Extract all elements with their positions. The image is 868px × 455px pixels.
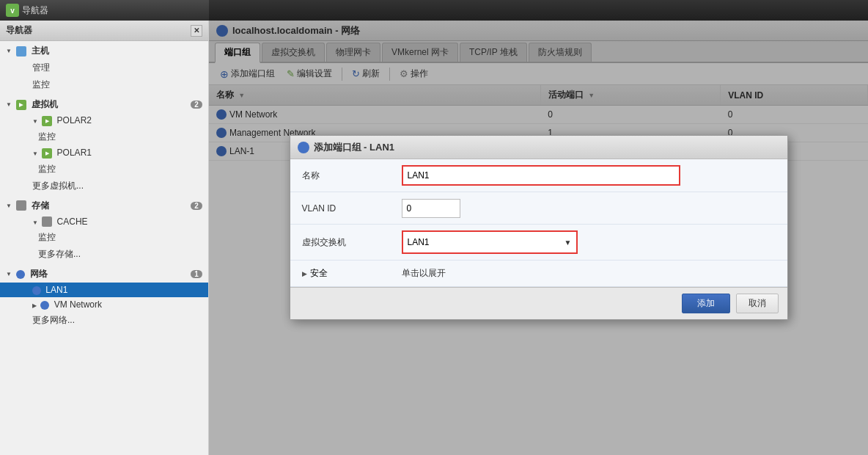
- network-group-icon: [16, 270, 25, 279]
- lan1-icon: [32, 286, 41, 295]
- app-logo: v 导航器: [6, 4, 48, 17]
- vm-group-icon: [16, 100, 26, 110]
- sidebar-item-polar1-monitor[interactable]: 监控: [0, 161, 208, 178]
- sidebar-section-storage: ▼ 存储 2 ▼ CACHE 监控 更多存储...: [0, 196, 208, 265]
- sidebar-item-polar2-monitor[interactable]: 监控: [0, 128, 208, 145]
- polar2-label: POLAR2: [57, 115, 92, 125]
- more-vm-label: 更多虚拟机...: [32, 181, 84, 191]
- sidebar-group-network[interactable]: ▼ 网络 1: [0, 266, 208, 283]
- security-label: 安全: [310, 267, 328, 280]
- name-field-content: [393, 159, 787, 192]
- cache-label: CACHE: [57, 216, 88, 227]
- host-collapse-arrow: ▼: [6, 48, 12, 54]
- vlan-field-label: VLAN ID: [290, 197, 393, 219]
- vlan-input[interactable]: [402, 199, 460, 218]
- polar1-arrow: ▼: [32, 150, 38, 157]
- switch-field-content: LAN1 vSwitch0 ▼: [393, 225, 787, 260]
- polar2-icon: [42, 116, 52, 126]
- monitor-host-label: 监控: [32, 79, 50, 90]
- lan1-label: LAN1: [45, 285, 67, 295]
- cache-icon: [42, 216, 52, 227]
- security-expand-icon: ▶: [302, 270, 307, 277]
- sidebar-section-vm: ▼ 虚拟机 2 ▼ POLAR2 监控 ▼ POLAR1 监控: [0, 95, 208, 196]
- security-label-wrap: ▶ 安全: [290, 261, 393, 285]
- modal-title: 添加端口组 - LAN1: [314, 141, 395, 154]
- switch-select[interactable]: LAN1 vSwitch0: [403, 232, 576, 252]
- sidebar-section-host: ▼ 主机 管理 监控: [0, 41, 208, 95]
- name-field-label: 名称: [290, 164, 393, 188]
- sidebar: 导航器 ✕ ▼ 主机 管理 监控 ▼ 虚拟机 2: [0, 21, 209, 455]
- polar1-monitor-label: 监控: [38, 164, 56, 174]
- sidebar-group-storage[interactable]: ▼ 存储 2: [0, 197, 208, 214]
- sidebar-host-label: 主机: [32, 45, 49, 57]
- modal-header: 添加端口组 - LAN1: [290, 136, 787, 159]
- sidebar-item-manage[interactable]: 管理: [0, 59, 208, 76]
- sidebar-header-label: 导航器: [6, 24, 32, 37]
- sidebar-vm-label: 虚拟机: [32, 98, 58, 111]
- sidebar-header: 导航器 ✕: [0, 21, 208, 41]
- sidebar-item-monitor-host[interactable]: 监控: [0, 76, 208, 93]
- switch-select-wrap: LAN1 vSwitch0 ▼: [402, 230, 578, 254]
- modal-overlay: 添加端口组 - LAN1 名称 VLAN ID 虚拟交换机: [209, 0, 868, 455]
- sidebar-group-host[interactable]: ▼ 主机: [0, 43, 208, 59]
- app-title: 导航器: [22, 4, 48, 17]
- cache-monitor-label: 监控: [38, 232, 56, 242]
- polar1-icon: [42, 148, 52, 159]
- vm-network-icon: [40, 301, 49, 310]
- sidebar-item-cache-monitor[interactable]: 监控: [0, 229, 208, 246]
- sidebar-storage-label: 存储: [32, 200, 49, 212]
- network-collapse-arrow: ▼: [6, 271, 12, 277]
- modal-security-row[interactable]: ▶ 安全 单击以展开: [290, 261, 787, 287]
- add-button[interactable]: 添加: [682, 294, 730, 313]
- sidebar-item-polar2[interactable]: ▼ POLAR2: [0, 113, 208, 128]
- modal-name-row: 名称: [290, 159, 787, 192]
- sidebar-item-polar1[interactable]: ▼ POLAR1: [0, 145, 208, 161]
- cancel-button[interactable]: 取消: [736, 294, 779, 313]
- sidebar-item-vm-network[interactable]: ▶ VM Network: [0, 297, 208, 312]
- modal-footer: 添加 取消: [290, 287, 787, 319]
- vm-badge: 2: [191, 101, 202, 109]
- storage-collapse-arrow: ▼: [6, 203, 12, 209]
- storage-badge: 2: [191, 202, 202, 210]
- modal-switch-row: 虚拟交换机 LAN1 vSwitch0 ▼: [290, 225, 787, 261]
- vlan-field-content: [393, 193, 787, 224]
- sidebar-item-cache[interactable]: ▼ CACHE: [0, 214, 208, 230]
- polar2-monitor-label: 监控: [38, 131, 56, 142]
- cache-arrow: ▼: [32, 219, 38, 226]
- sidebar-item-more-storage[interactable]: 更多存储...: [0, 246, 208, 263]
- host-icon: [16, 46, 26, 57]
- logo-icon: v: [6, 4, 19, 17]
- name-input[interactable]: [402, 165, 680, 186]
- add-port-group-modal: 添加端口组 - LAN1 名称 VLAN ID 虚拟交换机: [290, 135, 788, 320]
- storage-group-icon: [16, 200, 26, 211]
- sidebar-item-more-vm[interactable]: 更多虚拟机...: [0, 178, 208, 194]
- modal-vlan-row: VLAN ID: [290, 192, 787, 225]
- more-storage-label: 更多存储...: [38, 249, 81, 259]
- network-badge: 1: [191, 270, 202, 278]
- vm-network-label: VM Network: [54, 299, 102, 310]
- sidebar-section-network: ▼ 网络 1 LAN1 ▶ VM Network 更多网络...: [0, 264, 208, 330]
- polar1-label: POLAR1: [57, 148, 92, 158]
- sidebar-close-btn[interactable]: ✕: [191, 25, 202, 37]
- security-expand-value[interactable]: 单击以展开: [393, 261, 787, 285]
- more-network-label: 更多网络...: [32, 315, 75, 325]
- vm-network-arrow: ▶: [32, 302, 37, 309]
- sidebar-group-vm[interactable]: ▼ 虚拟机 2: [0, 96, 208, 113]
- sidebar-item-more-network[interactable]: 更多网络...: [0, 312, 208, 329]
- switch-field-label: 虚拟交换机: [290, 230, 393, 255]
- vm-collapse-arrow: ▼: [6, 101, 12, 108]
- modal-header-icon: [298, 142, 309, 153]
- sidebar-network-label: 网络: [30, 268, 48, 280]
- manage-label: 管理: [32, 62, 50, 73]
- sidebar-item-lan1[interactable]: LAN1: [0, 283, 208, 297]
- modal-body: 名称 VLAN ID 虚拟交换机 LAN1 v: [290, 159, 787, 287]
- polar2-arrow: ▼: [32, 118, 38, 125]
